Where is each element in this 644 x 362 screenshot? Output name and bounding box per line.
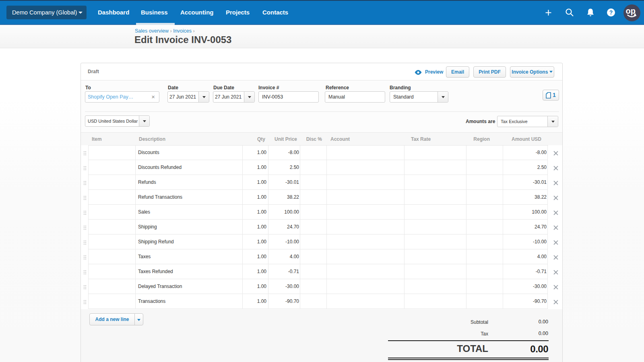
svg-text:?: ?: [609, 9, 613, 16]
svg-text:op: op: [626, 6, 636, 15]
